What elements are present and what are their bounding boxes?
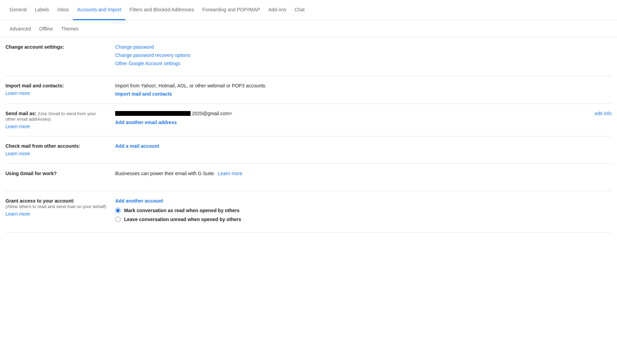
send-mail-as-row: Send mail as: (Use Gmail to send from yo…	[5, 104, 612, 136]
radio-mark-read: Mark conversation as read when opened by…	[115, 208, 612, 213]
radio-mark-read-input[interactable]	[115, 208, 121, 213]
change-account-settings-label: Change account settings:	[5, 44, 115, 69]
check-mail-title: Check mail from other accounts:	[5, 143, 80, 149]
other-google-account-link[interactable]: Other Google Account settings	[115, 61, 612, 66]
gmail-for-work-title: Using Gmail for work?	[5, 171, 57, 176]
send-mail-as-content: 2020@gmail.com> Add another email addres…	[115, 111, 586, 125]
check-mail-label: Check mail from other accounts: Learn mo…	[5, 143, 115, 157]
email-suffix: 2020@gmail.com>	[192, 111, 232, 116]
gmail-for-work-row: Using Gmail for work? Businesses can pow…	[5, 164, 612, 191]
second-nav: Advanced Offline Themes	[0, 20, 617, 37]
grant-access-title: Grant access to your account:	[5, 198, 75, 204]
check-mail-value: Add a mail account	[115, 143, 612, 157]
send-mail-as-title: Send mail as:	[5, 111, 36, 116]
top-nav: General Labels Inbox Accounts and Import…	[0, 0, 617, 20]
tab-add-ons[interactable]: Add-ons	[264, 0, 290, 20]
import-mail-title: Import mail and contacts:	[5, 83, 64, 88]
radio-leave-unread: Leave conversation unread when opened by…	[115, 217, 612, 222]
edit-info-link[interactable]: edit info	[595, 111, 612, 116]
tab-filters-and-blocked[interactable]: Filters and Blocked Addresses	[125, 0, 198, 20]
grant-access-row: Grant access to your account: (Allow oth…	[5, 191, 612, 233]
check-mail-row: Check mail from other accounts: Learn mo…	[5, 136, 612, 164]
send-mail-as-value: 2020@gmail.com> Add another email addres…	[115, 111, 612, 129]
send-mail-as-row-inner: 2020@gmail.com> Add another email addres…	[115, 111, 612, 125]
import-mail-learn-more[interactable]: Learn more	[5, 90, 107, 96]
email-entry: 2020@gmail.com>	[115, 111, 586, 116]
send-mail-as-learn-more[interactable]: Learn more	[5, 124, 107, 129]
gmail-for-work-value: Businesses can power their email with G …	[115, 171, 612, 184]
change-account-settings-row: Change account settings: Change password…	[5, 37, 612, 76]
import-mail-action-link[interactable]: Import mail and contacts	[115, 91, 172, 97]
import-mail-value: Import from Yahoo!, Hotmail, AOL, or oth…	[115, 83, 612, 97]
settings-content: Change account settings: Change password…	[0, 37, 617, 233]
check-mail-learn-more[interactable]: Learn more	[5, 151, 107, 156]
tab-themes[interactable]: Themes	[57, 20, 83, 37]
radio-mark-read-label: Mark conversation as read when opened by…	[124, 208, 240, 213]
tab-accounts-and-import[interactable]: Accounts and Import	[73, 0, 125, 20]
radio-leave-unread-input[interactable]	[115, 217, 121, 222]
gmail-for-work-description: Businesses can power their email with G …	[115, 171, 215, 176]
add-another-email-link[interactable]: Add another email address	[115, 120, 177, 125]
grant-access-value: Add another account Mark conversation as…	[115, 198, 612, 226]
gmail-for-work-label: Using Gmail for work?	[5, 171, 115, 184]
redacted-email	[115, 111, 191, 116]
grant-access-label-inner: Grant access to your account:	[5, 198, 107, 204]
tab-inbox[interactable]: Inbox	[53, 0, 73, 20]
radio-leave-unread-label: Leave conversation unread when opened by…	[124, 217, 241, 222]
gmail-for-work-learn-more[interactable]: Learn more	[218, 171, 243, 176]
import-mail-row: Import mail and contacts: Learn more Imp…	[5, 76, 612, 104]
add-mail-account-link[interactable]: Add a mail account	[115, 143, 159, 149]
add-another-account-link[interactable]: Add another account	[115, 198, 163, 204]
change-password-link[interactable]: Change password	[115, 44, 612, 50]
send-mail-as-label: Send mail as: (Use Gmail to send from yo…	[5, 111, 115, 129]
import-mail-description: Import from Yahoo!, Hotmail, AOL, or oth…	[115, 83, 612, 88]
import-mail-label: Import mail and contacts: Learn more	[5, 83, 115, 97]
tab-advanced[interactable]: Advanced	[5, 20, 35, 37]
tab-offline[interactable]: Offline	[35, 20, 57, 37]
tab-general[interactable]: General	[5, 0, 31, 20]
change-account-settings-value: Change password Change password recovery…	[115, 44, 612, 69]
tab-labels[interactable]: Labels	[31, 0, 53, 20]
grant-access-label: Grant access to your account: (Allow oth…	[5, 198, 115, 226]
change-password-recovery-link[interactable]: Change password recovery options	[115, 52, 612, 58]
change-account-settings-title: Change account settings:	[5, 44, 64, 50]
grant-access-subtext: (Allow others to read and send mail on y…	[5, 204, 106, 209]
grant-access-learn-more[interactable]: Learn more	[5, 211, 107, 217]
tab-forwarding-and-pop[interactable]: Forwarding and POP/IMAP	[198, 0, 264, 20]
tab-chat[interactable]: Chat	[290, 0, 309, 20]
